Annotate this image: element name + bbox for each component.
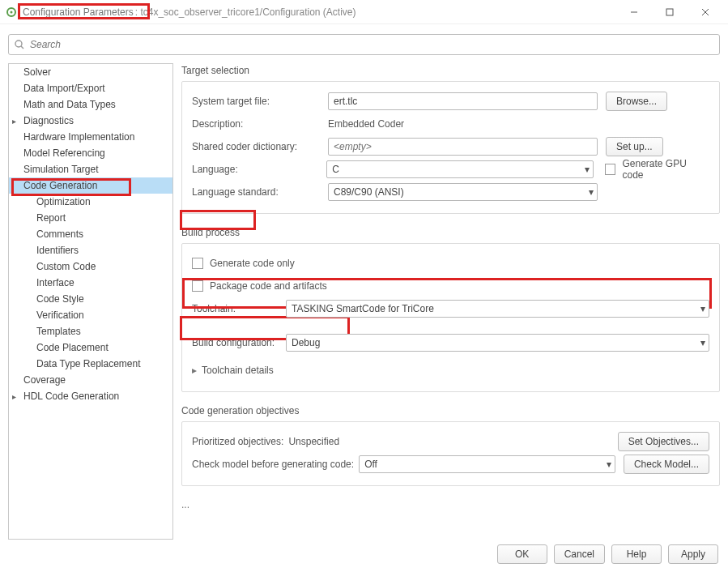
sidebar-item-data-type-replacement[interactable]: Data Type Replacement [9,356,172,372]
help-button[interactable]: Help [611,544,662,564]
sidebar-item-label: Report [36,212,66,224]
check-select[interactable]: Off ▾ [359,455,615,473]
build-process-box: Generate code only Package code and arti… [181,243,720,392]
caret-right-icon[interactable]: ▸ [192,365,197,376]
toolchain-details[interactable]: Toolchain details [202,365,274,376]
search-box[interactable] [8,34,720,55]
sidebar-item-label: Interface [36,277,75,288]
sidebar-item-label: Code Style [36,293,84,305]
sidebar-item-data-import-export[interactable]: Data Import/Export [9,80,172,96]
sidebar-item-label: Verification [36,309,84,321]
sidebar-item-model-referencing[interactable]: Model Referencing [9,145,172,161]
sidebar-item-custom-code[interactable]: Custom Code [9,258,172,275]
sidebar-item-simulation-target[interactable]: Simulation Target [9,161,172,177]
language-select[interactable]: C ▾ [326,160,594,178]
svg-line-7 [21,46,23,49]
sidebar-item-optimization[interactable]: Optimization [9,194,172,210]
caret-right-icon: ▸ [12,392,16,401]
sidebar-item-label: Hardware Implementation [23,131,134,143]
shared-dict-field[interactable] [328,138,598,156]
search-icon [14,39,25,50]
chevron-down-icon: ▾ [700,337,705,348]
check-label: Check model before generating code: [192,459,354,470]
sidebar-item-interface[interactable]: Interface [9,275,172,291]
build-process-title: Build process [181,227,720,238]
sidebar-item-label: Code Generation [23,180,97,191]
gpu-label: Generate GPU code [622,158,709,181]
sidebar-item-math-and-data-types[interactable]: Math and Data Types [9,96,172,113]
browse-button[interactable]: Browse... [606,92,667,111]
lang-std-label: Language standard: [192,186,328,198]
cancel-button[interactable]: Cancel [554,544,605,564]
close-button[interactable] [688,0,723,24]
sidebar-item-solver[interactable]: Solver [9,64,172,80]
sidebar-item-label: Optimization [36,196,91,207]
sidebar-item-label: Model Referencing [23,147,105,159]
chevron-down-icon: ▾ [589,186,594,198]
svg-point-6 [15,41,22,47]
system-target-file-field[interactable] [328,92,598,110]
gpu-checkbox[interactable] [605,164,616,175]
sidebar-item-report[interactable]: Report [9,210,172,226]
sidebar-item-verification[interactable]: Verification [9,307,172,323]
target-selection-box: System target file: Browse... Descriptio… [181,81,720,214]
language-value: C [332,164,339,175]
system-target-file-label: System target file: [192,96,328,107]
toolchain-label: Toolchain: [192,303,286,314]
sidebar-item-label: Math and Data Types [23,99,116,110]
language-label: Language: [192,164,326,175]
search-input[interactable] [30,39,714,50]
sidebar: SolverData Import/ExportMath and Data Ty… [8,63,173,540]
description-value: Embedded Coder [328,118,404,130]
maximize-button[interactable] [652,0,688,24]
sidebar-item-hardware-implementation[interactable]: Hardware Implementation [9,129,172,145]
sidebar-item-label: HDL Code Generation [23,391,119,402]
sidebar-item-label: Templates [36,326,81,337]
sidebar-item-label: Diagnostics [23,115,74,126]
lang-std-select[interactable]: C89/C90 (ANSI) ▾ [328,183,598,201]
chevron-down-icon: ▾ [585,164,590,175]
prioritized-label: Prioritized objectives: [192,436,283,447]
setup-button[interactable]: Set up... [606,137,663,156]
toolchain-value: TASKING SmartCode for TriCore [292,303,434,314]
sidebar-item-label: Data Import/Export [23,83,105,94]
prioritized-value: Unspecified [288,436,339,447]
minimize-button[interactable] [616,0,652,24]
svg-rect-3 [666,9,673,15]
package-code-checkbox[interactable] [192,280,203,292]
sidebar-item-code-generation[interactable]: Code Generation [9,177,172,194]
sidebar-item-label: Coverage [23,374,66,386]
sidebar-item-diagnostics[interactable]: ▸Diagnostics [9,113,172,129]
sidebar-item-label: Data Type Replacement [36,358,141,369]
build-cfg-value: Debug [292,337,320,348]
window-title-highlight: Configuration Parameters [23,6,134,18]
check-value: Off [364,459,377,470]
sidebar-item-comments[interactable]: Comments [9,226,172,242]
sidebar-item-templates[interactable]: Templates [9,323,172,339]
gen-code-only-checkbox[interactable] [192,258,203,269]
ok-button[interactable]: OK [497,544,547,564]
target-selection-title: Target selection [181,65,720,76]
shared-dict-label: Shared coder dictionary: [192,141,328,152]
svg-point-1 [11,11,13,13]
app-icon [5,6,18,19]
window-title-rest: : tc4x_soc_observer_tricore1/Configurati… [134,6,616,18]
set-objectives-button[interactable]: Set Objectives... [618,432,709,451]
apply-button[interactable]: Apply [668,544,718,564]
check-model-button[interactable]: Check Model... [624,455,709,474]
title-bar: Configuration Parameters : tc4x_soc_obse… [0,0,728,24]
lang-std-value: C89/C90 (ANSI) [334,186,404,198]
build-cfg-label: Build configuration: [192,337,286,348]
sidebar-item-hdl-code-generation[interactable]: ▸HDL Code Generation [9,388,172,404]
sidebar-item-code-placement[interactable]: Code Placement [9,339,172,356]
toolchain-select[interactable]: TASKING SmartCode for TriCore ▾ [286,300,709,318]
sidebar-item-coverage[interactable]: Coverage [9,372,172,388]
more-indicator[interactable]: ... [181,499,720,510]
content-pane: Target selection System target file: Bro… [173,63,720,540]
build-cfg-select[interactable]: Debug ▾ [286,334,709,352]
sidebar-item-code-style[interactable]: Code Style [9,291,172,307]
dialog-buttons: OK Cancel Help Apply [497,544,718,564]
gen-code-only-label: Generate code only [210,258,295,269]
sidebar-item-identifiers[interactable]: Identifiers [9,242,172,258]
caret-right-icon: ▸ [12,117,16,126]
